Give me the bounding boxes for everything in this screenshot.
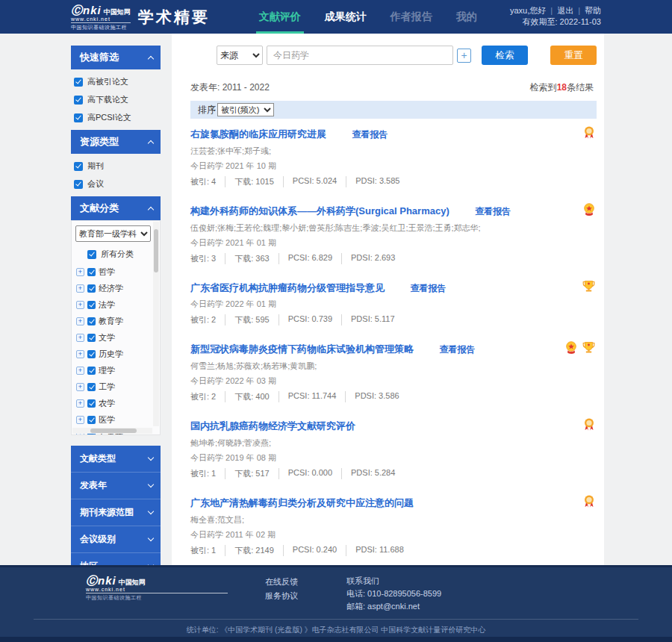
category-list: 哲学 经济学 法学 教育学 文学 历史学 理学 工学 农学 医学: [75, 267, 151, 435]
sidebar-section-classification[interactable]: 文献分类: [71, 196, 161, 220]
category-item[interactable]: 医学: [76, 414, 151, 426]
checkbox-checked[interactable]: [74, 113, 83, 122]
checkbox-checked[interactable]: [87, 350, 96, 358]
expand-plus-icon[interactable]: [76, 383, 84, 391]
checkbox-checked[interactable]: [74, 96, 83, 105]
sidebar-section-collapsed[interactable]: 会议级别: [71, 526, 161, 553]
result-badges: [583, 418, 595, 434]
expand-plus-icon[interactable]: [76, 317, 84, 325]
result-title-link[interactable]: 新型冠状病毒肺炎疫情下药物临床试验机构管理策略: [190, 343, 414, 355]
star-medal-icon: [565, 341, 577, 358]
search-input[interactable]: [267, 46, 453, 65]
category-item[interactable]: 教育学: [76, 316, 151, 327]
separator: |: [550, 6, 553, 15]
checkbox-checked[interactable]: [87, 383, 96, 391]
result-title-link[interactable]: 广东省医疗机构抗肿瘤药物分级管理指导意见: [190, 282, 385, 293]
top-header: Ⓒnki 中国知网 www.cnki.net 中国知识基础设施工程 学术精要 文…: [0, 0, 672, 34]
view-report-link[interactable]: 查看报告: [410, 283, 446, 293]
expand-plus-icon[interactable]: [76, 268, 84, 276]
footer-bottom-strip: [0, 637, 672, 642]
category-item[interactable]: 理学: [76, 365, 151, 376]
filter-checkbox-item[interactable]: 高被引论文: [74, 76, 159, 87]
sidebar-section-collapsed[interactable]: 期刊来源范围: [71, 499, 161, 526]
result-metrics: 被引: 1下载: 2149PCSI: 0.240PDSI: 11.688: [190, 545, 567, 556]
scrollbar-thumb[interactable]: [90, 428, 137, 433]
checkbox-checked[interactable]: [74, 78, 83, 87]
checkbox-checked[interactable]: [87, 284, 96, 293]
metric-pdsi: PDSI: 5.117: [341, 314, 395, 325]
checkbox-checked[interactable]: [87, 301, 96, 309]
result-title-link[interactable]: 构建外科药师的知识体系——外科药学(Surgical Pharmacy): [190, 205, 449, 216]
feedback-link[interactable]: 在线反馈: [265, 575, 298, 589]
checkbox-checked[interactable]: [74, 180, 83, 189]
expand-plus-icon[interactable]: [76, 334, 84, 342]
category-item[interactable]: 法学: [76, 299, 151, 311]
checkbox-checked[interactable]: [74, 162, 83, 171]
cnki-logo-slogan: 中国知识基础设施工程: [71, 25, 131, 30]
nav-item[interactable]: 我的: [444, 0, 489, 34]
checkbox-checked[interactable]: [87, 399, 96, 408]
metric-download: 下载: 1015: [225, 176, 274, 187]
footer-links: 在线反馈 服务协议: [265, 575, 298, 613]
result-source: 今日药学 2021 年 01 期: [190, 237, 567, 249]
metric-pcsi: PCSI: 0.739: [279, 314, 332, 325]
view-report-link[interactable]: 查看报告: [352, 129, 388, 140]
logout-link[interactable]: 退出: [557, 6, 573, 15]
nav-item[interactable]: 文献评价: [247, 0, 313, 34]
category-all-item[interactable]: 所有分类: [87, 249, 149, 260]
category-item[interactable]: 哲学: [76, 267, 151, 278]
checkbox-checked[interactable]: [87, 250, 96, 259]
expand-plus-icon[interactable]: [76, 399, 84, 408]
scrollbar-thumb[interactable]: [154, 229, 158, 272]
search-bar: 来源 + 检索 重置: [217, 46, 597, 65]
content-wrap: 快速筛选 高被引论文 高下载论文 高PCSI论文 资源类型 期刊 会议 文献分类: [0, 34, 672, 565]
sidebar-section-quick-filter[interactable]: 快速筛选: [71, 46, 161, 69]
view-report-link[interactable]: 查看报告: [475, 206, 511, 216]
result-title-link[interactable]: 广东地产清热解毒药归类分析及研究中应注意的问题: [190, 497, 414, 508]
sidebar-section-resource-type[interactable]: 资源类型: [71, 130, 161, 154]
category-item[interactable]: 经济学: [76, 283, 151, 294]
chevron-down-icon: [148, 508, 154, 514]
sort-select[interactable]: 被引(频次): [217, 103, 274, 116]
classification-scheme-select[interactable]: 教育部一级学科: [75, 225, 151, 242]
search-reset-button[interactable]: 重置: [550, 46, 597, 65]
terms-link[interactable]: 服务协议: [265, 589, 298, 603]
expand-plus-icon[interactable]: [76, 367, 84, 375]
vertical-scrollbar[interactable]: [153, 222, 159, 426]
checkbox-checked[interactable]: [87, 416, 96, 424]
filter-checkbox-item[interactable]: 高PCSI论文: [74, 112, 159, 123]
category-item[interactable]: 文学: [76, 332, 151, 343]
contact-phone: 电话: 010-82895056-8599: [346, 588, 441, 600]
category-item[interactable]: 工学: [76, 381, 151, 393]
checkbox-checked[interactable]: [87, 334, 96, 342]
sidebar-section-collapsed[interactable]: 发表年: [71, 473, 161, 499]
search-source-select[interactable]: 来源: [217, 46, 263, 65]
category-item[interactable]: 农学: [76, 398, 151, 409]
filter-checkbox-item[interactable]: 会议: [74, 178, 159, 190]
filter-checkbox-item[interactable]: 高下载论文: [74, 94, 159, 105]
checkbox-checked[interactable]: [87, 268, 96, 276]
sidebar-section-collapsed[interactable]: 文献类型: [71, 446, 161, 473]
result-title-link[interactable]: 国内抗乳腺癌药物经济学文献研究评价: [190, 420, 355, 431]
nav-item[interactable]: 作者报告: [379, 0, 444, 34]
help-link[interactable]: 帮助: [585, 6, 601, 15]
cnki-logo-mark: Ⓒnki: [71, 4, 102, 16]
result-title-link[interactable]: 右旋氯胺酮的临床应用研究进展: [190, 128, 326, 140]
expand-plus-icon[interactable]: [76, 416, 84, 424]
filter-checkbox-item[interactable]: 期刊: [74, 160, 159, 172]
result-badges: [582, 280, 595, 296]
result-badges: [583, 495, 595, 511]
add-condition-button[interactable]: +: [457, 49, 471, 63]
search-button[interactable]: 检索: [482, 46, 528, 65]
metric-cited: 被引: 1: [190, 545, 216, 556]
horizontal-scrollbar[interactable]: [72, 428, 152, 434]
view-report-link[interactable]: 查看报告: [439, 344, 475, 355]
expand-plus-icon[interactable]: [76, 284, 84, 293]
nav-item[interactable]: 成果统计: [313, 0, 379, 34]
checkbox-checked[interactable]: [87, 317, 96, 325]
category-item[interactable]: 历史学: [76, 349, 151, 360]
checkbox-checked[interactable]: [87, 367, 96, 375]
expand-plus-icon[interactable]: [76, 350, 84, 358]
expand-plus-icon[interactable]: [76, 301, 84, 309]
result-authors: 梅全喜;范文昌;: [190, 514, 567, 526]
